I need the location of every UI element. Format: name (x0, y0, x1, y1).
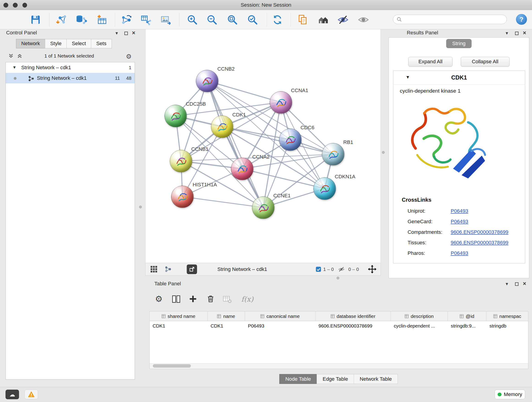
move-crosshair-icon[interactable] (368, 265, 376, 274)
window-minimize-icon[interactable] (13, 3, 18, 7)
import-network-file-button[interactable] (55, 13, 68, 26)
scrollbar-thumb[interactable] (153, 364, 191, 368)
cell-namespace[interactable]: stringdb (486, 321, 528, 331)
network-node[interactable] (165, 105, 187, 127)
save-session-button[interactable] (29, 13, 42, 26)
right-splitter-handle[interactable] (382, 151, 385, 154)
warnings-button[interactable] (25, 390, 38, 400)
expand-all-button[interactable]: Expand All (408, 57, 452, 67)
network-collection-row[interactable]: ▼ String Network – cdk1 1 (6, 62, 135, 73)
network-node[interactable] (313, 177, 336, 200)
pharos-link[interactable]: P06493 (451, 250, 468, 256)
bottom-splitter-handle[interactable] (336, 277, 339, 279)
tab-select[interactable]: Select (66, 39, 91, 48)
add-column-icon[interactable] (187, 293, 199, 305)
export-table-button[interactable] (139, 13, 152, 26)
left-splitter-handle[interactable] (139, 206, 142, 208)
export-view-button[interactable] (187, 264, 197, 274)
network-node[interactable] (279, 128, 302, 151)
float-panel-icon[interactable] (515, 32, 519, 35)
memory-button[interactable]: Memory (495, 390, 525, 400)
clone-network-button[interactable] (297, 13, 309, 26)
birdseye-view-icon[interactable] (165, 266, 172, 273)
collapse-all-button[interactable]: Collapse All (461, 57, 510, 67)
network-node[interactable] (170, 150, 192, 172)
hide-selected-button[interactable] (336, 13, 349, 26)
search-input[interactable] (404, 16, 507, 22)
network-node[interactable] (270, 91, 292, 114)
tab-node-table[interactable]: Node Table (279, 374, 317, 384)
zoom-fit-button[interactable] (226, 13, 239, 26)
collapse-triangle-icon[interactable]: ▼ (405, 75, 410, 80)
close-panel-icon[interactable]: × (521, 281, 528, 287)
zoom-in-button[interactable] (186, 13, 199, 26)
string-tab[interactable]: String (446, 39, 472, 48)
hidden-eye-icon[interactable] (338, 266, 345, 273)
tab-sets[interactable]: Sets (91, 39, 112, 48)
collapse-triangle-icon[interactable]: ▼ (12, 62, 17, 73)
panel-menu-icon[interactable]: ▼ (114, 30, 120, 36)
panel-menu-icon[interactable]: ▼ (504, 30, 510, 36)
window-zoom-icon[interactable] (22, 3, 27, 7)
tab-network-table[interactable]: Network Table (354, 374, 398, 384)
cell-shared-name[interactable]: CDK1 (150, 321, 208, 331)
hide-eye-icon (337, 14, 349, 26)
column-header[interactable]: namespac (486, 312, 528, 321)
show-all-button[interactable] (357, 13, 370, 26)
uniprot-link[interactable]: P06493 (451, 208, 468, 214)
column-header[interactable]: shared name (150, 312, 208, 321)
column-header[interactable]: description (391, 312, 448, 321)
float-panel-icon[interactable] (515, 282, 519, 286)
panel-menu-icon[interactable]: ▼ (504, 281, 510, 287)
protein-card-header[interactable]: ▼ CDK1 (393, 71, 525, 85)
open-session-button[interactable] (9, 13, 22, 26)
delete-column-trash-icon[interactable] (205, 293, 217, 305)
show-columns-icon[interactable] (170, 293, 182, 305)
column-header[interactable]: database identifier (316, 312, 391, 321)
horizontal-scrollbar[interactable] (150, 363, 528, 369)
network-node[interactable] (211, 115, 234, 138)
tab-style[interactable]: Style (45, 39, 67, 48)
help-button[interactable]: ? (516, 14, 527, 25)
grid-view-icon[interactable] (150, 266, 157, 273)
network-options-gear-icon[interactable]: ⚙ (126, 53, 132, 60)
cloud-button[interactable]: ☁ (6, 390, 19, 400)
cell-description[interactable]: cyclin-dependent ... (391, 321, 448, 331)
tab-network[interactable]: Network (16, 39, 45, 48)
close-panel-icon[interactable]: × (131, 30, 137, 36)
cell-name[interactable]: CDK1 (208, 321, 245, 331)
first-neighbors-button[interactable] (317, 13, 330, 26)
network-canvas[interactable]: CCNB2CCNA1CDC25BCDK1CDC6RB1CCNB1CCNA2CDK… (146, 29, 380, 263)
table-row[interactable]: CDK1 CDK1 P06493 9606.ENSP00000378699 cy… (150, 321, 528, 331)
import-table-button[interactable] (95, 13, 108, 26)
zoom-out-button[interactable] (206, 13, 218, 26)
network-node[interactable] (322, 143, 344, 166)
float-panel-icon[interactable] (124, 32, 128, 35)
refresh-button[interactable] (271, 13, 284, 26)
delete-table-icon[interactable] (221, 293, 234, 305)
network-node[interactable] (231, 158, 253, 180)
table-settings-gear-icon[interactable]: ⚙ (152, 293, 165, 305)
tissues-link[interactable]: 9606.ENSP00000378699 (451, 240, 508, 245)
close-panel-icon[interactable]: × (521, 30, 528, 36)
genecard-link[interactable]: P06493 (451, 219, 468, 224)
new-network-from-selection-button[interactable] (120, 13, 133, 26)
network-node[interactable] (252, 196, 274, 219)
column-header[interactable]: @id (448, 312, 486, 321)
cell-id[interactable]: stringdb:9... (448, 321, 486, 331)
import-network-database-button[interactable] (75, 13, 88, 26)
zoom-selected-button[interactable] (246, 13, 259, 26)
network-row[interactable]: String Network – cdk1 11 48 (6, 73, 135, 83)
column-header[interactable]: canonical name (245, 312, 316, 321)
function-builder-button[interactable]: f(x) (239, 293, 255, 305)
column-header[interactable]: name (208, 312, 245, 321)
network-node[interactable] (196, 70, 218, 92)
cell-canonical-name[interactable]: P06493 (245, 321, 316, 331)
selected-checkbox-icon[interactable] (316, 267, 321, 272)
export-image-button[interactable] (159, 13, 172, 26)
network-node[interactable] (171, 186, 194, 208)
window-close-icon[interactable] (3, 3, 8, 7)
tab-edge-table[interactable]: Edge Table (317, 374, 354, 384)
cell-database-identifier[interactable]: 9606.ENSP00000378699 (316, 321, 391, 331)
compartments-link[interactable]: 9606.ENSP00000378699 (451, 229, 508, 235)
